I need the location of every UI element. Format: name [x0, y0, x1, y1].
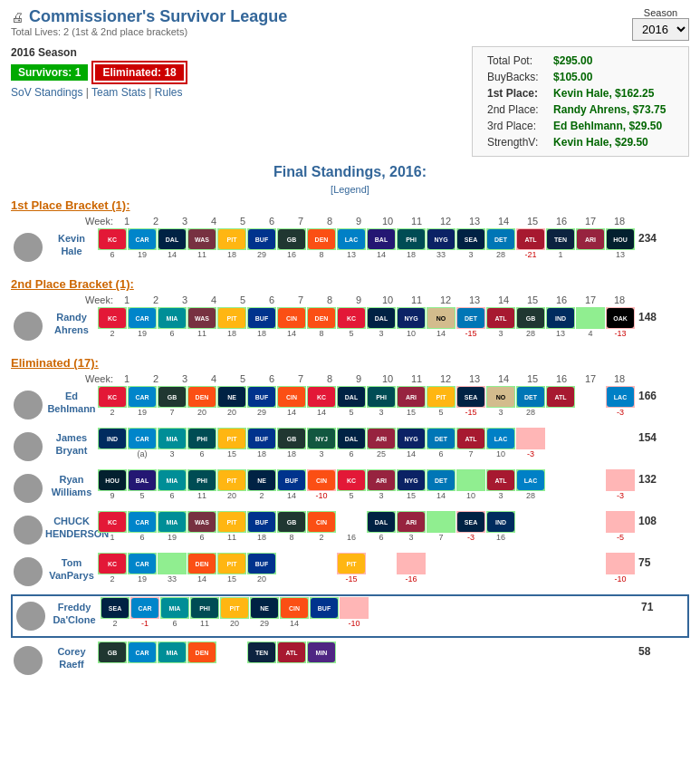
season-info: 2016 Season Survivors: 1 Eliminated: 18 …	[11, 46, 457, 99]
subtitle: Total Lives: 2 (1st & 2nd place brackets…	[11, 26, 287, 37]
picks-grid: INDCARMIAPHIPITBUFGBNYJDALARINYGDETATLLA…	[98, 428, 635, 458]
pot-box: Total Pot:$295.00 BuyBacks:$105.00 1st P…	[472, 46, 689, 157]
first-bracket: 1st Place Bracket (1): Week:123456789101…	[11, 198, 689, 266]
player-avatar	[11, 469, 45, 507]
page-wrapper: 🖨 Commissioner's Survivor League Total L…	[0, 0, 700, 698]
season-label: Season	[632, 7, 689, 18]
player-name: JamesBryant	[45, 428, 98, 458]
player-total: 166	[638, 386, 657, 402]
final-standings-title: Final Standings, 2016:	[11, 164, 689, 180]
first-bracket-title[interactable]: 1st Place Bracket (1):	[11, 198, 689, 212]
right-panel: Total Pot:$295.00 BuyBacks:$105.00 1st P…	[472, 46, 689, 157]
player-avatar	[11, 553, 45, 591]
player-name: RandyAhrens	[45, 307, 98, 337]
player-name: RyanWilliams	[45, 469, 98, 499]
player-name: CHUCKHENDERSON	[45, 511, 98, 541]
legend-link[interactable]: [Legend]	[11, 184, 689, 195]
player-avatar	[11, 511, 45, 549]
player-name: FreddyDa'Clone	[48, 597, 101, 627]
picks-grid: KCCARDALWASPITBUFGBDENLACBALPHINYGSEADET…	[98, 228, 635, 259]
player-avatar	[11, 307, 45, 345]
main-content: 2016 Season Survivors: 1 Eliminated: 18 …	[11, 46, 689, 157]
nav-links: SoV Standings | Team Stats | Rules	[11, 86, 457, 99]
player-avatar	[11, 386, 45, 424]
player-name: CoreyRaeff	[45, 641, 98, 671]
player-name: TomVanParys	[45, 553, 98, 583]
picks-grid: KCCARMIAWASPITBUFGBCINDALARISEAIND161961…	[98, 511, 635, 542]
player-avatar	[11, 428, 45, 466]
player-total: 148	[638, 307, 657, 323]
picks-grid: HOUBALMIAPHIPITNEBUFCINKCARINYGDETATLLAC…	[98, 469, 635, 500]
title-area: 🖨 Commissioner's Survivor League Total L…	[11, 7, 287, 37]
season-selector: Season 2016 2015 2014	[632, 7, 689, 41]
picks-grid: SEACARMIAPHIPITNECINBUF2-1611202914-10	[101, 597, 638, 628]
picks-grid: KCCARMIAWASPITBUFCINDENKCDALNYGNODETATLG…	[98, 307, 635, 338]
player-avatar	[11, 641, 45, 680]
survivors-badge: Survivors: 1	[11, 64, 88, 81]
picks-grid: GBCARMIADENTENATLMIN	[98, 641, 635, 663]
player-avatar	[11, 228, 45, 266]
player-total: 108	[638, 511, 657, 527]
picks-grid: KCCARDENPITBUFPIT21933141520-15-16-10	[98, 553, 635, 584]
second-bracket-title[interactable]: 2nd Place Bracket (1):	[11, 277, 689, 291]
player-total: 71	[641, 597, 653, 613]
nav-team-stats[interactable]: Team Stats	[91, 86, 146, 99]
second-bracket: 2nd Place Bracket (1): Week:123456789101…	[11, 277, 689, 345]
eliminated-bracket-title[interactable]: Eliminated (17):	[11, 356, 689, 370]
player-name: EdBehlmann	[45, 386, 98, 416]
player-total: 154	[638, 428, 657, 444]
player-name: KevinHale	[45, 228, 98, 258]
top-bar: 🖨 Commissioner's Survivor League Total L…	[11, 7, 689, 41]
player-total: 234	[638, 228, 657, 245]
player-total: 75	[638, 553, 650, 569]
season-select[interactable]: 2016 2015 2014	[632, 18, 689, 41]
player-avatar	[14, 597, 48, 635]
badges: Survivors: 1 Eliminated: 18	[11, 63, 457, 82]
left-panel: 2016 Season Survivors: 1 Eliminated: 18 …	[11, 46, 457, 104]
nav-rules[interactable]: Rules	[155, 86, 183, 99]
eliminated-bracket: Eliminated (17): Week:123456789101112131…	[11, 356, 689, 680]
eliminated-badge: Eliminated: 18	[93, 63, 185, 82]
nav-sov[interactable]: SoV Standings	[11, 86, 82, 99]
season-year: 2016 Season	[11, 46, 457, 59]
picks-grid: KCCARGBDENNEBUFCINKCDALPHIARIPITSEANODET…	[98, 386, 635, 417]
page-title: Commissioner's Survivor League	[29, 7, 287, 26]
print-icon[interactable]: 🖨	[11, 10, 24, 24]
player-total: 58	[638, 641, 650, 658]
player-total: 132	[638, 469, 657, 486]
